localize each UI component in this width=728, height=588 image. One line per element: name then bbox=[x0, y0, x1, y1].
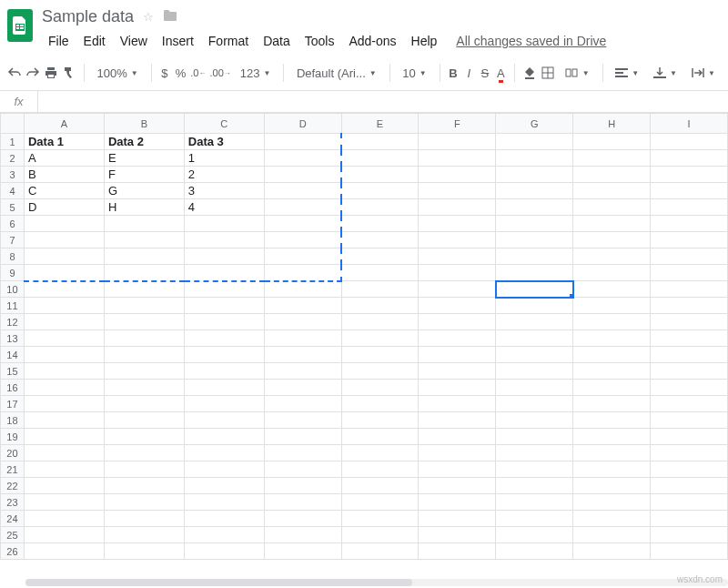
cell[interactable] bbox=[419, 232, 496, 248]
cell[interactable] bbox=[341, 511, 419, 527]
cell[interactable] bbox=[104, 380, 184, 396]
cell[interactable] bbox=[184, 298, 264, 314]
cell[interactable]: A bbox=[24, 150, 104, 167]
cell[interactable] bbox=[496, 527, 573, 543]
cell[interactable] bbox=[496, 248, 573, 265]
cell[interactable] bbox=[264, 298, 341, 314]
cell[interactable] bbox=[24, 527, 104, 543]
row-header[interactable]: 5 bbox=[1, 199, 25, 216]
row-header[interactable]: 10 bbox=[1, 281, 25, 298]
cell[interactable] bbox=[104, 412, 184, 429]
cell[interactable]: 1 bbox=[184, 150, 264, 167]
cell[interactable] bbox=[573, 445, 651, 461]
cell[interactable] bbox=[573, 363, 651, 380]
save-status[interactable]: All changes saved in Drive bbox=[456, 34, 606, 48]
cell[interactable] bbox=[24, 216, 104, 232]
cell[interactable] bbox=[651, 281, 728, 298]
cell[interactable] bbox=[651, 167, 728, 183]
borders-button[interactable] bbox=[541, 61, 555, 85]
cell[interactable] bbox=[573, 543, 651, 560]
cell[interactable] bbox=[104, 429, 184, 445]
cell[interactable] bbox=[496, 429, 573, 445]
cell[interactable] bbox=[184, 281, 264, 298]
cell[interactable] bbox=[651, 461, 728, 478]
cell[interactable] bbox=[419, 478, 496, 494]
cell[interactable] bbox=[651, 511, 728, 527]
cell[interactable] bbox=[341, 527, 419, 543]
cell[interactable] bbox=[24, 396, 104, 412]
cell[interactable] bbox=[104, 543, 184, 560]
cell[interactable] bbox=[341, 478, 419, 494]
cell[interactable] bbox=[496, 478, 573, 494]
cell[interactable] bbox=[264, 347, 341, 363]
cell[interactable] bbox=[651, 232, 728, 248]
cell[interactable] bbox=[496, 199, 573, 216]
cell[interactable] bbox=[264, 363, 341, 380]
cell[interactable] bbox=[496, 461, 573, 478]
cell[interactable] bbox=[573, 314, 651, 330]
cell[interactable] bbox=[104, 281, 184, 298]
cell[interactable] bbox=[419, 183, 496, 199]
cell[interactable] bbox=[264, 461, 341, 478]
col-header-f[interactable]: F bbox=[419, 114, 496, 134]
cell[interactable] bbox=[341, 134, 419, 150]
cell[interactable] bbox=[341, 347, 419, 363]
cell[interactable] bbox=[651, 527, 728, 543]
cell[interactable] bbox=[184, 396, 264, 412]
col-header-b[interactable]: B bbox=[104, 114, 184, 134]
cell[interactable] bbox=[496, 380, 573, 396]
row-header[interactable]: 9 bbox=[1, 265, 25, 281]
row-header[interactable]: 4 bbox=[1, 183, 25, 199]
cell[interactable] bbox=[184, 380, 264, 396]
cell[interactable] bbox=[419, 429, 496, 445]
row-header[interactable]: 7 bbox=[1, 232, 25, 248]
cell[interactable] bbox=[341, 183, 419, 199]
cell[interactable]: E bbox=[104, 150, 184, 167]
cell[interactable] bbox=[104, 232, 184, 248]
row-header[interactable]: 22 bbox=[1, 478, 25, 494]
cell[interactable] bbox=[264, 445, 341, 461]
cell[interactable] bbox=[419, 134, 496, 150]
cell[interactable] bbox=[24, 461, 104, 478]
cell[interactable] bbox=[104, 478, 184, 494]
cell[interactable] bbox=[419, 347, 496, 363]
row-header[interactable]: 6 bbox=[1, 216, 25, 232]
cell[interactable] bbox=[573, 478, 651, 494]
cell[interactable] bbox=[419, 527, 496, 543]
cell[interactable] bbox=[419, 298, 496, 314]
cell[interactable] bbox=[24, 511, 104, 527]
cell[interactable] bbox=[24, 478, 104, 494]
font-dropdown[interactable]: Default (Ari...▼ bbox=[291, 61, 382, 85]
vertical-align-button[interactable]: ▼ bbox=[648, 61, 682, 85]
cell[interactable] bbox=[264, 429, 341, 445]
text-color-button[interactable]: A bbox=[495, 61, 508, 85]
cell[interactable] bbox=[341, 298, 419, 314]
cell[interactable] bbox=[573, 494, 651, 511]
select-all-corner[interactable] bbox=[1, 114, 25, 134]
percent-button[interactable]: % bbox=[175, 61, 187, 85]
cell[interactable] bbox=[496, 396, 573, 412]
cell[interactable] bbox=[184, 511, 264, 527]
cell[interactable] bbox=[104, 445, 184, 461]
row-header[interactable]: 1 bbox=[1, 134, 25, 150]
cell-selected[interactable] bbox=[496, 281, 573, 298]
cell[interactable] bbox=[264, 543, 341, 560]
cell[interactable] bbox=[184, 265, 264, 281]
cell[interactable] bbox=[651, 412, 728, 429]
paint-format-button[interactable] bbox=[62, 61, 76, 85]
row-header[interactable]: 21 bbox=[1, 461, 25, 478]
cell[interactable] bbox=[24, 494, 104, 511]
strikethrough-button[interactable]: S bbox=[479, 61, 491, 85]
cell[interactable] bbox=[341, 429, 419, 445]
cell[interactable] bbox=[184, 412, 264, 429]
cell[interactable] bbox=[341, 248, 419, 265]
cell[interactable] bbox=[419, 314, 496, 330]
cell[interactable] bbox=[264, 281, 341, 298]
row-header[interactable]: 15 bbox=[1, 363, 25, 380]
cell[interactable] bbox=[651, 429, 728, 445]
col-header-e[interactable]: E bbox=[341, 114, 419, 134]
cell[interactable] bbox=[573, 167, 651, 183]
document-title[interactable]: Sample data bbox=[42, 7, 134, 26]
cell[interactable] bbox=[651, 330, 728, 347]
cell[interactable] bbox=[496, 412, 573, 429]
